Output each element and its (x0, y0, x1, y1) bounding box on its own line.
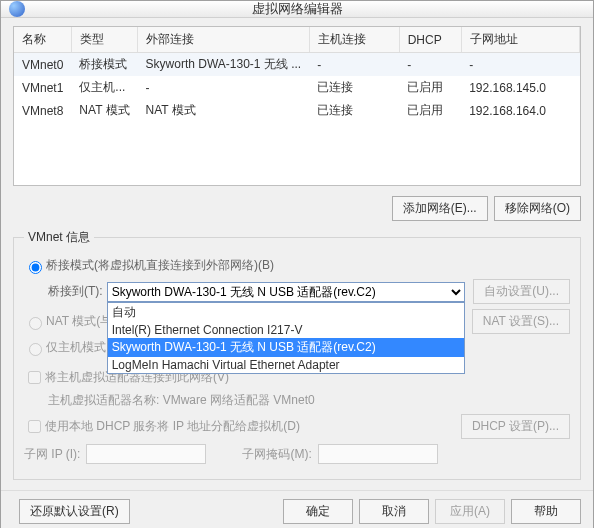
dropdown-option[interactable]: Skyworth DWA-130-1 无线 N USB 适配器(rev.C2) (108, 338, 465, 357)
dhcp-settings-button[interactable]: DHCP 设置(P)... (461, 414, 570, 439)
cell-ext: NAT 模式 (138, 99, 310, 122)
apply-button[interactable]: 应用(A) (435, 499, 505, 524)
cell-dhcp: 已启用 (399, 76, 461, 99)
hostonly-label: 仅主机模式 (46, 339, 106, 356)
nat-settings-button[interactable]: NAT 设置(S)... (472, 309, 570, 334)
bridge-to-dropdown[interactable]: 自动Intel(R) Ethernet Connection I217-VSky… (107, 302, 466, 374)
cell-type: 仅主机... (71, 76, 137, 99)
cell-subnet: - (461, 53, 579, 77)
cell-host: - (309, 53, 399, 77)
add-network-button[interactable]: 添加网络(E)... (392, 196, 488, 221)
remove-network-button[interactable]: 移除网络(O) (494, 196, 581, 221)
network-buttons: 添加网络(E)... 移除网络(O) (13, 196, 581, 221)
ok-button[interactable]: 确定 (283, 499, 353, 524)
col-dhcp[interactable]: DHCP (399, 27, 461, 53)
col-name[interactable]: 名称 (14, 27, 71, 53)
subnet-row: 子网 IP (I): 子网掩码(M): (24, 444, 570, 464)
vmnet-info-legend: VMnet 信息 (24, 229, 94, 246)
dropdown-option[interactable]: 自动 (108, 303, 465, 322)
networks-table[interactable]: 名称 类型 外部连接 主机连接 DHCP 子网地址 VMnet0桥接模式Skyw… (13, 26, 581, 186)
col-host[interactable]: 主机连接 (309, 27, 399, 53)
content-area: 名称 类型 外部连接 主机连接 DHCP 子网地址 VMnet0桥接模式Skyw… (1, 18, 593, 490)
window-title: 虚拟网络编辑器 (1, 0, 593, 18)
cell-name: VMnet0 (14, 53, 71, 77)
table-row[interactable]: VMnet0桥接模式Skyworth DWA-130-1 无线 ...--- (14, 53, 580, 77)
adapter-name-row: 主机虚拟适配器名称: VMware 网络适配器 VMnet0 (48, 392, 570, 409)
cell-name: VMnet1 (14, 76, 71, 99)
col-type[interactable]: 类型 (71, 27, 137, 53)
cell-type: NAT 模式 (71, 99, 137, 122)
dropdown-option[interactable]: Intel(R) Ethernet Connection I217-V (108, 322, 465, 338)
cell-subnet: 192.168.145.0 (461, 76, 579, 99)
nat-radio[interactable] (29, 317, 42, 330)
dialog-footer: 还原默认设置(R) 确定 取消 应用(A) 帮助 (1, 490, 593, 528)
bridge-to-select[interactable]: Skyworth DWA-130-1 无线 N USB 适配器(rev.C2) (107, 282, 466, 302)
titlebar[interactable]: 虚拟网络编辑器 (1, 1, 593, 18)
help-button[interactable]: 帮助 (511, 499, 581, 524)
subnet-ip-field[interactable] (86, 444, 206, 464)
bridge-to-combo[interactable]: Skyworth DWA-130-1 无线 N USB 适配器(rev.C2) … (107, 282, 466, 302)
cell-host: 已连接 (309, 99, 399, 122)
auto-settings-button[interactable]: 自动设置(U)... (473, 279, 570, 304)
cell-dhcp: 已启用 (399, 99, 461, 122)
col-subnet[interactable]: 子网地址 (461, 27, 579, 53)
restore-defaults-button[interactable]: 还原默认设置(R) (19, 499, 130, 524)
bridged-label: 桥接模式(将虚拟机直接连接到外部网络)(B) (46, 257, 274, 274)
col-ext[interactable]: 外部连接 (138, 27, 310, 53)
use-dhcp-label: 使用本地 DHCP 服务将 IP 地址分配给虚拟机(D) (45, 418, 300, 435)
cell-dhcp: - (399, 53, 461, 77)
subnet-ip-label: 子网 IP (I): (24, 446, 80, 463)
vmnet-info-group: VMnet 信息 桥接模式(将虚拟机直接连接到外部网络)(B) 桥接到(T): … (13, 229, 581, 480)
cell-host: 已连接 (309, 76, 399, 99)
bridged-mode-row: 桥接模式(将虚拟机直接连接到外部网络)(B) (24, 257, 570, 274)
subnet-mask-label: 子网掩码(M): (242, 446, 311, 463)
table-row[interactable]: VMnet8NAT 模式NAT 模式已连接已启用192.168.164.0 (14, 99, 580, 122)
cell-ext: - (138, 76, 310, 99)
nat-label: NAT 模式(与 (46, 313, 112, 330)
cell-ext: Skyworth DWA-130-1 无线 ... (138, 53, 310, 77)
use-dhcp-row: 使用本地 DHCP 服务将 IP 地址分配给虚拟机(D) DHCP 设置(P).… (24, 414, 570, 439)
bridged-radio[interactable] (29, 261, 42, 274)
cell-type: 桥接模式 (71, 53, 137, 77)
cell-subnet: 192.168.164.0 (461, 99, 579, 122)
dropdown-option[interactable]: LogMeIn Hamachi Virtual Ethernet Adapter (108, 357, 465, 373)
use-dhcp-checkbox[interactable] (28, 420, 41, 433)
virtual-network-editor-window: 虚拟网络编辑器 名称 类型 外部连接 主机连接 DHCP 子网地址 VMnet0… (0, 0, 594, 528)
cancel-button[interactable]: 取消 (359, 499, 429, 524)
table-row[interactable]: VMnet1仅主机...-已连接已启用192.168.145.0 (14, 76, 580, 99)
cell-name: VMnet8 (14, 99, 71, 122)
table-header: 名称 类型 外部连接 主机连接 DHCP 子网地址 (14, 27, 580, 53)
connect-host-checkbox[interactable] (28, 371, 41, 384)
adapter-name-text: 主机虚拟适配器名称: VMware 网络适配器 VMnet0 (48, 392, 315, 409)
bridge-to-label: 桥接到(T): (48, 283, 103, 300)
subnet-mask-field[interactable] (318, 444, 438, 464)
hostonly-radio[interactable] (29, 343, 42, 356)
bridge-to-row: 桥接到(T): Skyworth DWA-130-1 无线 N USB 适配器(… (48, 279, 570, 304)
